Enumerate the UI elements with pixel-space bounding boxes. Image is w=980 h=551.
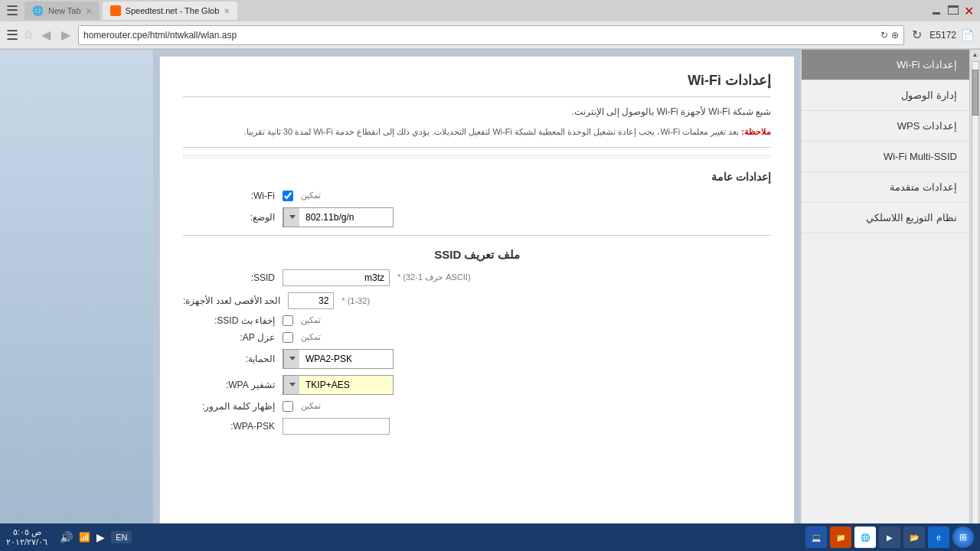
tab-active-close[interactable]: ✕ (224, 7, 230, 15)
wpa-psk-input[interactable] (283, 418, 390, 435)
wpa-encrypt-select[interactable]: TKIP+AES (283, 375, 394, 395)
minimize-button[interactable]: 🗕 (930, 4, 942, 18)
hide-ssid-label: إخفاء بث SSID: (183, 315, 275, 326)
maximize-button[interactable]: 🗖 (947, 4, 959, 18)
security-select[interactable]: WPA2-PSK (283, 349, 394, 369)
taskbar-app-1[interactable]: 💻 (805, 527, 827, 548)
close-button[interactable]: ✕ (964, 4, 974, 18)
hamburger-icon[interactable]: ☰ (6, 2, 18, 19)
taskbar: ص ٥:٠٥ ٢٠١٢/٢٧/٠٦ 🔊 📶 ▶ EN 💻 📁 🌐 ▶ 📂 e ⊞ (0, 523, 980, 551)
wifi-checkbox[interactable] (283, 191, 293, 201)
wpa-encrypt-arrow[interactable] (283, 376, 299, 394)
wpa-encrypt-text: TKIP+AES (299, 377, 393, 393)
tab-active-label: Speedtest.net - The Glob (126, 6, 220, 15)
sidebar-item-multi-ssid[interactable]: Wi-Fi Multi-SSID (802, 142, 969, 172)
tab-inactive-close[interactable]: ✕ (86, 7, 92, 15)
page-title: إعدادات Wi-Fi (183, 72, 771, 89)
start-button[interactable]: ⊞ (952, 527, 974, 548)
ssid-label: SSID: (183, 272, 275, 283)
ap-isolation-enable-label: تمكين (301, 332, 321, 342)
taskbar-network-icon[interactable]: 📶 (79, 532, 90, 543)
page-icon[interactable]: 📄 (961, 29, 974, 41)
mode-select[interactable]: 802.11b/g/n (283, 207, 394, 227)
address-text: homerouter.cpe/html/ntwkall/wlan.asp (83, 30, 877, 41)
sidebar-item-wps[interactable]: إعدادات WPS (802, 111, 969, 142)
taskbar-app-5[interactable]: 📂 (903, 527, 925, 548)
show-password-label: إظهار كلمة المرور: (183, 401, 275, 412)
new-tab-icon[interactable]: ⊕ (891, 30, 899, 41)
hide-ssid-enable-label: تمكين (301, 315, 321, 325)
taskbar-time-area: ص ٥:٠٥ ٢٠١٢/٢٧/٠٦ (6, 527, 47, 547)
taskbar-date: ٢٠١٢/٢٧/٠٦ (6, 537, 47, 547)
bookmark-icon[interactable]: ☆ (23, 28, 34, 42)
general-settings-title: إعدادات عامة (183, 171, 771, 183)
ssid-row: (ASCII حرف 1-32) * SSID: (183, 269, 771, 286)
sidebar-item-wifi[interactable]: إعدادات Wi-Fi (802, 50, 969, 80)
sidebar-item-access[interactable]: إدارة الوصول (802, 80, 969, 111)
mode-select-text: 802.11b/g/n (299, 210, 393, 225)
security-select-text: WPA2-PSK (299, 351, 393, 367)
taskbar-media-icon[interactable]: ▶ (96, 531, 105, 543)
forward-button[interactable]: ▶ (58, 26, 74, 44)
hide-ssid-checkbox[interactable] (283, 315, 293, 326)
max-devices-label: الحد الأقصى لعدد الأجهزة: (183, 295, 280, 306)
scrollbar-thumb[interactable] (972, 70, 978, 116)
note-text: ملاحظة: بعد تغيير معلمات Wi-Fi، يجب إعاد… (183, 126, 771, 139)
wifi-row: تمكين Wi-Fi: (183, 191, 771, 201)
security-label: الحماية: (183, 354, 275, 364)
tab-inactive[interactable]: 🌐 New Tab ✕ (24, 2, 100, 20)
wpa-psk-row: WPA-PSK: (183, 418, 771, 435)
description-text: شبع شبكة Wi-Fi لأجهزة Wi-Fi بالوصول إلى … (183, 105, 771, 119)
ssid-hint: (ASCII حرف 1-32) * (397, 272, 471, 282)
wifi-label: Wi-Fi: (183, 191, 275, 201)
wifi-enable-label: تمكين (301, 191, 321, 201)
tab-inactive-label: New Tab (48, 6, 81, 15)
taskbar-app-6[interactable]: e (928, 527, 949, 548)
taskbar-period-time: ص ٥:٠٥ (6, 527, 47, 537)
left-sidebar (0, 50, 153, 551)
scrollbar[interactable]: ▲ ▼ (969, 50, 980, 551)
ap-isolation-checkbox[interactable] (283, 332, 293, 343)
ssid-profile-title: ملف تعريف SSID (183, 248, 771, 262)
max-devices-input[interactable] (288, 292, 334, 309)
sidebar-item-advanced[interactable]: إعدادات متقدمة (802, 172, 969, 203)
reload-button[interactable]: ↻ (909, 26, 925, 44)
tab-bar: ☰ 🌐 New Tab ✕ Speedtest.net - The Glob ✕… (0, 0, 980, 21)
show-password-enable-label: تمكين (301, 401, 321, 411)
taskbar-app-2[interactable]: 📁 (830, 527, 851, 548)
mode-select-arrow[interactable] (283, 208, 299, 227)
nav-bar: ☰ ☆ ◀ ▶ homerouter.cpe/html/ntwkall/wlan… (0, 21, 980, 49)
address-bar[interactable]: homerouter.cpe/html/ntwkall/wlan.asp ↻ ⊕ (78, 25, 904, 45)
note-label: ملاحظة: (741, 127, 771, 136)
taskbar-app-4[interactable]: ▶ (879, 527, 900, 548)
sidebar-item-wireless-dist[interactable]: نظام التوزيع اللاسلكي (802, 203, 969, 233)
page-body: إعدادات Wi-Fi شبع شبكة Wi-Fi لأجهزة Wi-F… (0, 50, 980, 551)
ap-isolation-label: عزل AP: (183, 332, 275, 343)
sidebar-toggle-icon[interactable]: ☰ (6, 27, 18, 44)
security-select-arrow[interactable] (283, 350, 299, 368)
taskbar-app-3[interactable]: 🌐 (854, 527, 876, 548)
lang-button[interactable]: EN (111, 531, 132, 543)
scrollbar-track[interactable] (972, 61, 979, 540)
ap-isolation-row: تمكين عزل AP: (183, 332, 771, 343)
mode-label: الوضع: (183, 212, 275, 223)
show-password-checkbox[interactable] (283, 401, 293, 412)
back-button[interactable]: ◀ (38, 26, 54, 44)
show-password-row: تمكين إظهار كلمة المرور: (183, 401, 771, 412)
tab-inactive-icon: 🌐 (32, 5, 44, 16)
max-devices-row: (1-32) * الحد الأقصى لعدد الأجهزة: (183, 292, 771, 309)
scrollbar-up-arrow[interactable]: ▲ (971, 50, 980, 60)
window-title: E5172 (929, 30, 956, 41)
taskbar-volume-icon[interactable]: 🔊 (60, 531, 73, 543)
mode-row: 802.11b/g/n الوضع: (183, 207, 771, 227)
wpa-encrypt-row: TKIP+AES تشفير WPA: (183, 375, 771, 395)
ssid-input[interactable] (283, 269, 390, 286)
tab-active-icon (110, 5, 121, 16)
note-body: بعد تغيير معلمات Wi-Fi، يجب إعادة تشغيل … (244, 127, 740, 136)
refresh-icon[interactable]: ↻ (880, 30, 888, 41)
security-row: WPA2-PSK الحماية: (183, 349, 771, 369)
main-content: إعدادات Wi-Fi شبع شبكة Wi-Fi لأجهزة Wi-F… (159, 56, 795, 546)
tab-active[interactable]: Speedtest.net - The Glob ✕ (103, 2, 238, 20)
hide-ssid-row: تمكين إخفاء بث SSID: (183, 315, 771, 326)
wpa-psk-label: WPA-PSK: (183, 421, 275, 432)
